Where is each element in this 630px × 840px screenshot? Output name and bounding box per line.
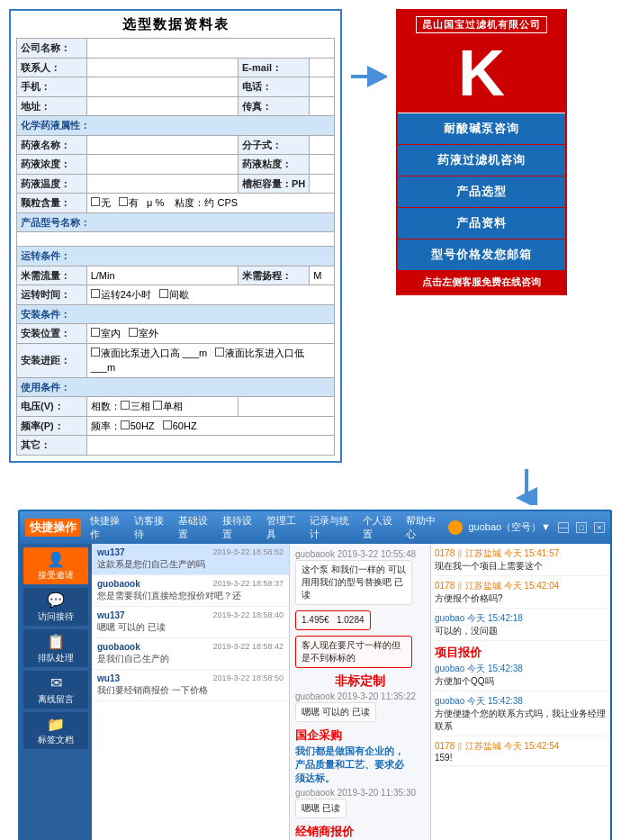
close-btn[interactable]: ×: [594, 522, 605, 533]
tel-label: 电话：: [238, 77, 309, 97]
visc-value: [310, 155, 335, 175]
conv-sender-3: guobaook: [97, 642, 140, 652]
chat-logo: 快捷操作: [25, 519, 81, 537]
temp-value: [86, 174, 238, 194]
maximize-btn[interactable]: □: [576, 522, 587, 533]
range-value: M: [310, 266, 335, 285]
contact-value: [86, 58, 238, 77]
menu-item-1[interactable]: 药液过滤机咨询: [398, 145, 565, 176]
chemical-header: 化学药液属性：: [17, 116, 335, 136]
company-menu: 耐酸碱泵咨询 药液过滤机咨询 产品选型 产品资料 型号价格发您邮箱: [398, 113, 565, 271]
location-label: 安装位置：: [17, 324, 87, 344]
queue-icon: 📋: [25, 633, 86, 652]
menu-personal[interactable]: 个人设置: [361, 513, 398, 542]
chat-toolbar-right: guobao（空号）▼ — □ ×: [448, 520, 605, 535]
tab-queue[interactable]: 📋 排队处理: [23, 629, 88, 667]
tab-receive[interactable]: 👤 接受邀请: [23, 547, 88, 585]
conv-item-2[interactable]: wu137 2019-3-22 18:58:40 嗯嗯 可以的 已读: [92, 607, 289, 638]
menu-basic[interactable]: 基础设置: [176, 513, 213, 542]
msg-bubble-4: 嗯嗯 已读: [295, 799, 346, 818]
label-feibiao: 非标定制: [295, 673, 425, 690]
conv-preview-1: 您是需要我们直接给您报价对吧？还: [97, 590, 284, 602]
chat-main: wu137 2019-3-22 18:58:52 这款系是您们自己生产的吗 gu…: [92, 544, 610, 841]
right-msg-text-0: 现在我一个项目上需要这个: [435, 560, 607, 573]
msg-row-2: 客人现在要尺寸一样的但是不到标标的: [295, 636, 425, 668]
form-title: 选型数据资料表: [16, 16, 335, 33]
menu-item-3[interactable]: 产品资料: [398, 208, 565, 239]
conv-item-1[interactable]: guobaook 2019-3-22 18:58:37 您是需要我们直接给您报价…: [92, 575, 289, 607]
cb-have: 有: [119, 197, 139, 208]
menu-visit[interactable]: 访客接待: [132, 513, 169, 542]
company-letter: K: [401, 36, 562, 110]
conv-sender-4: wu13: [97, 673, 120, 683]
right-msg-text-4: 方便便捷个您的联系方式吗，我让业务经理联系: [435, 708, 607, 733]
conv-time-1: 2019-3-22 18:58:37: [212, 579, 284, 588]
menu-item-4[interactable]: 型号价格发您邮箱: [398, 239, 565, 271]
company-name: 昆山国宝过滤机有限公司: [416, 16, 547, 33]
voltage-label: 电压(V)：: [17, 397, 87, 417]
msg-bubble-0: 这个泵 和我们一样的 可以用用我们的型号替换吧 已读: [295, 560, 412, 605]
conv-item-4[interactable]: wu13 2019-3-22 18:58:50 我们要经销商报价 一下价格: [92, 670, 289, 701]
username: guobao（空号）▼: [468, 520, 551, 534]
minimize-btn[interactable]: —: [558, 522, 569, 533]
email-value: [310, 58, 335, 77]
usage-header: 使用条件：: [17, 377, 335, 397]
menu-manage[interactable]: 管理工具: [265, 513, 302, 542]
email-label: E-mail：: [238, 58, 309, 77]
particle-label: 颗粒含量：: [17, 194, 87, 213]
cb-none: 无: [91, 197, 111, 208]
msg-row-4: guobaook 2019-3-20 11:35:30 嗯嗯 已读: [295, 788, 425, 818]
menu-quick[interactable]: 快捷操作: [88, 513, 125, 542]
chem-name-value: [86, 135, 238, 155]
phone-value: [86, 77, 238, 97]
right-panel: 0178 ‖ 江苏盐城 今天 15:41:57 现在我一个项目上需要这个 017…: [430, 544, 610, 841]
range-label: 米需扬程：: [238, 266, 309, 285]
company-header: 昆山国宝过滤机有限公司 K: [398, 11, 565, 113]
right-msg-3: guobao 今天 15:42:38 方便加个QQ吗: [435, 663, 607, 691]
right-msg-header-3: guobao 今天 15:42:38: [435, 663, 607, 675]
arrow-down-1: [0, 469, 630, 505]
menu-item-0[interactable]: 耐酸碱泵咨询: [398, 113, 565, 145]
molecular-value: [310, 135, 335, 155]
company-value: [86, 39, 334, 59]
contact-label: 联系人：: [17, 58, 87, 77]
chem-name-label: 药液名称：: [17, 135, 87, 155]
docs-icon: 📁: [25, 716, 86, 735]
tab-visit[interactable]: 💬 访问接待: [23, 588, 88, 626]
right-msg-1: 0178 ‖ 江苏盐城 今天 15:42:04 方便报个价格吗?: [435, 580, 607, 609]
visc-label: 药液粘度：: [238, 155, 309, 175]
msg-bubble-3: 嗯嗯 可以的 已读: [295, 702, 376, 722]
chat-content: wu137 2019-3-22 18:58:52 这款系是您们自己生产的吗 gu…: [92, 544, 610, 841]
tab-offline[interactable]: ✉ 离线留言: [23, 671, 88, 709]
conc-value: [86, 155, 238, 175]
conv-preview-0: 这款系是您们自己生产的吗: [97, 558, 284, 571]
conv-time-0: 2019-3-22 18:58:52: [212, 547, 284, 556]
conv-preview-3: 是我们自己生产的: [97, 653, 284, 665]
right-msg-text-5: 159!: [435, 753, 607, 763]
tab-receive-label: 接受邀请: [38, 570, 74, 580]
address-value: [86, 96, 238, 116]
conv-item-0[interactable]: wu137 2019-3-22 18:58:52 这款系是您们自己生产的吗: [92, 544, 289, 575]
conv-time-3: 2019-3-22 18:58:42: [212, 642, 284, 651]
label-guoqi: 国企采购: [295, 727, 425, 744]
freq-value: 频率：50HZ 60HZ: [86, 416, 334, 436]
menu-item-2[interactable]: 产品选型: [398, 176, 565, 208]
tab-docs[interactable]: 📁 标签文档: [23, 712, 88, 750]
conv-item-3[interactable]: guobaook 2019-3-22 18:58:42 是我们自己生产的: [92, 638, 289, 670]
chat-toolbar: 快捷操作 快捷操作 访客接待 基础设置 接待设置 管理工具 记录与统计 个人设置…: [20, 511, 610, 544]
menu-reception[interactable]: 接待设置: [220, 513, 257, 542]
temp-label: 药液温度：: [17, 174, 87, 194]
right-msg-header-2: guobao 今天 15:42:18: [435, 612, 607, 625]
menu-records[interactable]: 记录与统计: [308, 513, 353, 542]
chat-window: 快捷操作 快捷操作 访客接待 基础设置 接待设置 管理工具 记录与统计 个人设置…: [18, 510, 612, 841]
visit-icon: 💬: [25, 592, 86, 610]
company-card: 昆山国宝过滤机有限公司 K 耐酸碱泵咨询 药液过滤机咨询 产品选型 产品资料 型…: [396, 9, 567, 295]
inlet-label: 安装进距：: [17, 343, 87, 377]
conv-sender-1: guobaook: [97, 579, 140, 589]
freq-label: 频率(P)：: [17, 416, 87, 436]
msg-header-3: guobaook 2019-3-20 11:35:22: [295, 691, 425, 701]
chat-body: 👤 接受邀请 💬 访问接待 📋 排队处理 ✉ 离线留言 📁 标签文档: [20, 544, 610, 841]
form-table: 公司名称： 联系人： E-mail： 手机： 电话： 地址： 传真：: [16, 38, 335, 456]
right-msg-header-5: 0178 ‖ 江苏盐城 今天 15:42:54: [435, 740, 607, 753]
menu-help[interactable]: 帮助中心: [404, 513, 441, 542]
